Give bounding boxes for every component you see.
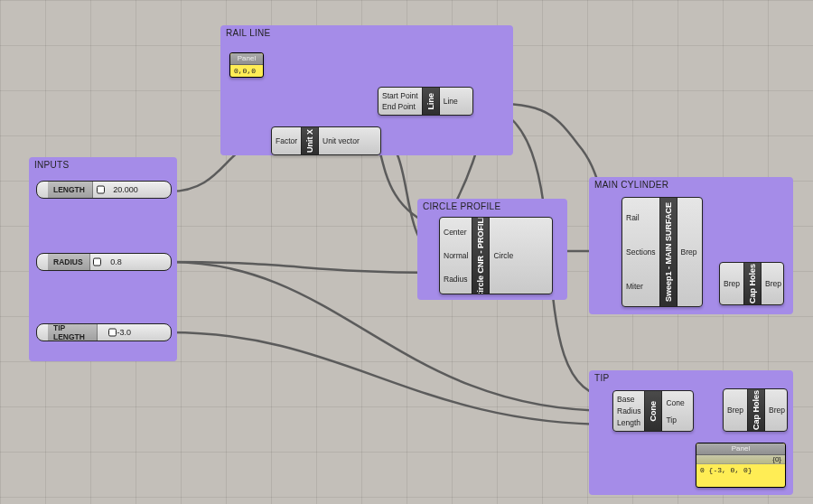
group-tip-title: TIP xyxy=(594,373,609,383)
node-cone[interactable]: Base Radius Length Cone Cone Tip xyxy=(612,390,694,432)
node-cap1-in-brep[interactable]: Brep xyxy=(724,279,740,288)
node-circle[interactable]: Center Normal Radius Circle CNR - PROFIL… xyxy=(439,217,553,294)
group-rail-title: RAIL LINE xyxy=(226,28,271,38)
slider-length[interactable]: LENGTH 20.000 xyxy=(36,181,172,199)
node-sweep-in-sections[interactable]: Sections xyxy=(626,247,656,257)
group-cylinder-title: MAIN CYLINDER xyxy=(594,180,668,190)
panel-tipout[interactable]: Panel {0} 0 {-3, 0, 0} xyxy=(696,443,786,488)
node-cone-name: Cone xyxy=(649,401,658,422)
node-circle-in-center[interactable]: Center xyxy=(444,228,468,237)
node-cap1-out-brep[interactable]: Brep xyxy=(765,279,781,288)
panel-tipout-body: 0 {-3, 0, 0} xyxy=(696,464,785,476)
node-cap2-name: Cap Holes xyxy=(752,390,761,430)
group-circle-title: CIRCLE PROFILE xyxy=(423,201,500,211)
node-circle-name: Circle CNR - PROFILE xyxy=(476,217,485,294)
panel-tipout-header: {0} xyxy=(696,455,785,464)
node-cap1-name: Cap Holes xyxy=(748,264,757,303)
node-sweep-name: Sweep1 - MAIN SURFACE xyxy=(664,202,673,302)
node-unitx-name: Unit X xyxy=(305,129,314,153)
node-cone-out-tip[interactable]: Tip xyxy=(666,415,684,425)
panel-origin-body: 0,0,0 xyxy=(230,65,263,77)
node-cap2[interactable]: Brep Cap Holes Brep xyxy=(723,388,788,432)
node-sweep-out-brep[interactable]: Brep xyxy=(681,247,697,257)
node-line[interactable]: Start Point End Point Line Line xyxy=(378,87,473,116)
panel-origin-title: Panel xyxy=(230,53,263,65)
node-cone-out-cone[interactable]: Cone xyxy=(666,398,684,407)
slider-tiplength-label: TIP LENGTH xyxy=(53,323,97,341)
group-inputs-title: INPUTS xyxy=(34,160,69,170)
node-unitx-out-vector[interactable]: Unit vector xyxy=(322,136,360,145)
node-unitx[interactable]: Factor Unit X Unit vector xyxy=(271,126,381,155)
node-line-in-start[interactable]: Start Point xyxy=(382,91,418,100)
node-cone-in-length[interactable]: Length xyxy=(617,418,640,427)
node-sweep-in-rail[interactable]: Rail xyxy=(626,213,656,222)
slider-length-value: 20.000 xyxy=(113,185,138,194)
node-cone-in-base[interactable]: Base xyxy=(617,395,640,404)
node-line-out-line[interactable]: Line xyxy=(444,97,458,106)
panel-origin[interactable]: Panel 0,0,0 xyxy=(229,52,264,78)
node-cap2-in-brep[interactable]: Brep xyxy=(727,406,743,415)
node-line-in-end[interactable]: End Point xyxy=(382,102,418,111)
node-cap2-out-brep[interactable]: Brep xyxy=(769,406,785,415)
slider-radius-value: 0.8 xyxy=(110,257,122,266)
node-cap1[interactable]: Brep Cap Holes Brep xyxy=(719,262,784,305)
node-cone-in-radius[interactable]: Radius xyxy=(617,406,640,415)
slider-length-label: LENGTH xyxy=(53,185,85,194)
slider-tiplength-value: -3.0 xyxy=(117,328,132,337)
node-circle-in-radius[interactable]: Radius xyxy=(444,275,468,284)
node-unitx-in-factor[interactable]: Factor xyxy=(276,136,297,145)
panel-tipout-title: Panel xyxy=(696,443,785,455)
slider-radius-label: RADIUS xyxy=(53,257,83,266)
slider-radius[interactable]: RADIUS 0.8 xyxy=(36,253,172,271)
node-sweep-in-miter[interactable]: Miter xyxy=(626,282,656,291)
slider-tiplength[interactable]: TIP LENGTH -3.0 xyxy=(36,323,172,341)
node-line-name: Line xyxy=(426,93,435,110)
node-circle-out-circle[interactable]: Circle xyxy=(493,251,513,260)
node-sweep[interactable]: Rail Sections Miter Sweep1 - MAIN SURFAC… xyxy=(621,197,703,307)
node-circle-in-normal[interactable]: Normal xyxy=(444,251,468,260)
